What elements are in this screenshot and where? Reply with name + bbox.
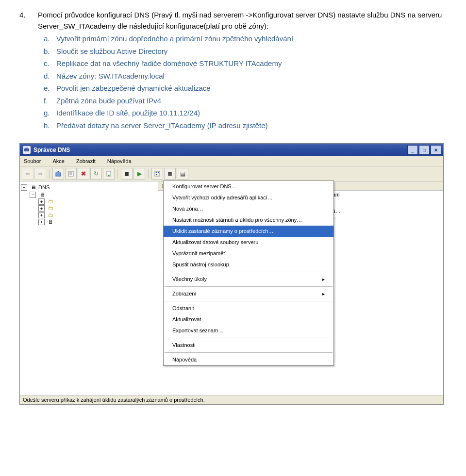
start-button[interactable]: ▶	[133, 168, 145, 180]
expand-icon[interactable]: +	[38, 219, 45, 225]
svg-rect-13	[156, 174, 157, 175]
expand-icon[interactable]: +	[38, 205, 45, 212]
ctx-all-tasks[interactable]: Všechny úkoly	[164, 274, 333, 285]
ctx-refresh[interactable]: Aktualizovat	[164, 314, 333, 325]
step-number: 4.	[19, 10, 38, 132]
menu-view[interactable]: Zobrazit	[74, 157, 98, 165]
toolbar: ⇐ ⇒ ✖ ↻ ◼ ▶ ≣ ▤	[20, 166, 443, 181]
sub-e-num: e.	[38, 83, 56, 94]
dns-manager-window: Správce DNS _ □ ✕ Soubor Akce Zobrazit N…	[19, 143, 444, 405]
sub-h-num: h.	[38, 120, 56, 131]
ctx-separator	[165, 286, 333, 287]
sub-g-num: g.	[38, 108, 56, 119]
toolbar-separator	[49, 169, 50, 179]
menu-help[interactable]: Nápověda	[105, 157, 133, 165]
tree-server-node[interactable]: − 🖥	[21, 191, 157, 198]
ctx-separator	[165, 272, 333, 272]
svg-rect-2	[56, 173, 61, 176]
ctx-create-partitions[interactable]: Vytvořit výchozí oddíly adresářů aplikac…	[164, 192, 333, 203]
toolbar-separator	[117, 169, 118, 179]
sub-b-text: Sloučit se službou Active Directory	[56, 46, 447, 57]
ctx-separator	[165, 352, 333, 353]
sub-c-text: Replikace dat na všechny řadiče doménové…	[56, 58, 447, 69]
stop-button[interactable]: ◼	[121, 168, 133, 180]
ctx-scavenge[interactable]: Uklidit zastaralé záznamy o prostředcích…	[164, 226, 333, 237]
menu-file[interactable]: Soubor	[22, 157, 43, 165]
sub-c-num: c.	[38, 58, 56, 69]
back-button[interactable]: ⇐	[22, 168, 33, 180]
ctx-separator	[165, 301, 333, 301]
toolbar-separator	[148, 169, 149, 179]
filter-button[interactable]	[151, 168, 163, 180]
ctx-clear-cache[interactable]: Vyprázdnit mezipaměť	[164, 248, 333, 259]
tree-folder[interactable]: + 🗀	[21, 198, 157, 205]
close-button[interactable]: ✕	[431, 145, 441, 155]
ctx-nslookup[interactable]: Spustit nástroj nslookup	[164, 259, 333, 270]
ctx-help[interactable]: Nápověda	[164, 354, 333, 365]
ctx-new-zone[interactable]: Nová zóna…	[164, 203, 333, 214]
sub-a-text: Vytvořit primární zónu dopředného a prim…	[56, 33, 447, 45]
sub-g-text: Identifikace dle ID sítě, použijte 10.11…	[56, 108, 447, 119]
tree-root-label: DNS	[38, 183, 50, 191]
window-title: Správce DNS	[33, 147, 407, 153]
sub-d-num: d.	[38, 71, 56, 82]
svg-rect-10	[155, 171, 160, 176]
dns-root-icon: 🖥	[29, 184, 37, 191]
expand-icon[interactable]: +	[38, 212, 45, 218]
app-icon	[23, 146, 31, 154]
ctx-delete[interactable]: Odstranit	[164, 303, 333, 314]
ctx-export-list[interactable]: Exportovat seznam…	[164, 325, 333, 336]
list-pane[interactable]: Název o vyhledávání yhledávání íněné pře…	[158, 181, 443, 395]
menubar: Soubor Akce Zobrazit Nápověda	[20, 156, 443, 166]
sub-e-text: Povolit jen zabezpečené dynamické aktual…	[56, 83, 447, 94]
sub-h-text: Předávat dotazy na server Server_ITAcade…	[56, 120, 447, 131]
log-icon: 🗎	[47, 218, 54, 225]
tree-root-dns[interactable]: − 🖥 DNS	[21, 183, 157, 191]
forward-button[interactable]: ⇒	[34, 168, 46, 180]
folder-icon: 🗀	[47, 205, 54, 212]
server-icon: 🖥	[38, 191, 46, 198]
tree-folder[interactable]: + 🗎	[21, 218, 157, 225]
up-button[interactable]	[52, 168, 64, 180]
menu-action[interactable]: Akce	[50, 157, 66, 165]
status-text: Odešle serveru příkaz k zahájení úklidu …	[23, 397, 205, 403]
ctx-properties[interactable]: Vlastnosti	[164, 340, 333, 351]
step-text: Pomocí průvodce konfigurací DNS (Pravý t…	[38, 11, 442, 30]
properties-button[interactable]	[65, 168, 77, 180]
folder-icon: 🗀	[47, 198, 54, 205]
sub-f-text: Zpětná zóna bude používat IPv4	[56, 96, 447, 107]
ctx-configure-dns[interactable]: Konfigurovat server DNS…	[164, 181, 333, 192]
tree-folder[interactable]: + 🗀	[21, 212, 157, 218]
collapse-icon[interactable]: −	[30, 192, 36, 198]
collapse-icon[interactable]: −	[21, 184, 27, 191]
ctx-aging[interactable]: Nastavit možnosti stárnutí a úklidu pro …	[164, 214, 333, 226]
export-button[interactable]	[103, 168, 115, 180]
ctx-view[interactable]: Zobrazení	[164, 288, 333, 299]
expand-icon[interactable]: +	[38, 198, 45, 205]
sub-b-num: b.	[38, 46, 56, 57]
svg-marker-3	[57, 171, 60, 172]
statusbar: Odešle serveru příkaz k zahájení úklidu …	[20, 395, 443, 404]
maximize-button[interactable]: □	[419, 145, 430, 155]
titlebar[interactable]: Správce DNS _ □ ✕	[20, 144, 443, 156]
svg-rect-11	[156, 172, 157, 173]
ctx-separator	[165, 338, 333, 338]
tree-folder[interactable]: + 🗀	[21, 205, 157, 212]
svg-rect-12	[158, 172, 159, 173]
sub-d-text: Název zóny: SW.ITAcademy.local	[56, 71, 447, 82]
svg-rect-0	[24, 148, 29, 151]
tree-pane[interactable]: − 🖥 DNS − 🖥 + 🗀 + 🗀 + 🗀 + 🗎	[20, 181, 158, 395]
sub-f-num: f.	[38, 96, 56, 107]
folder-icon: 🗀	[47, 212, 54, 218]
context-menu: Konfigurovat server DNS… Vytvořit výchoz…	[163, 181, 334, 366]
svg-rect-1	[25, 148, 28, 148]
refresh-button[interactable]: ↻	[90, 168, 102, 180]
delete-button[interactable]: ✖	[78, 168, 89, 180]
ctx-update-files[interactable]: Aktualizovat datové soubory serveru	[164, 237, 333, 248]
sub-a-num: a.	[38, 33, 56, 45]
detail-view-button[interactable]: ▤	[177, 168, 188, 180]
minimize-button[interactable]: _	[407, 145, 418, 155]
list-view-button[interactable]: ≣	[164, 168, 176, 180]
